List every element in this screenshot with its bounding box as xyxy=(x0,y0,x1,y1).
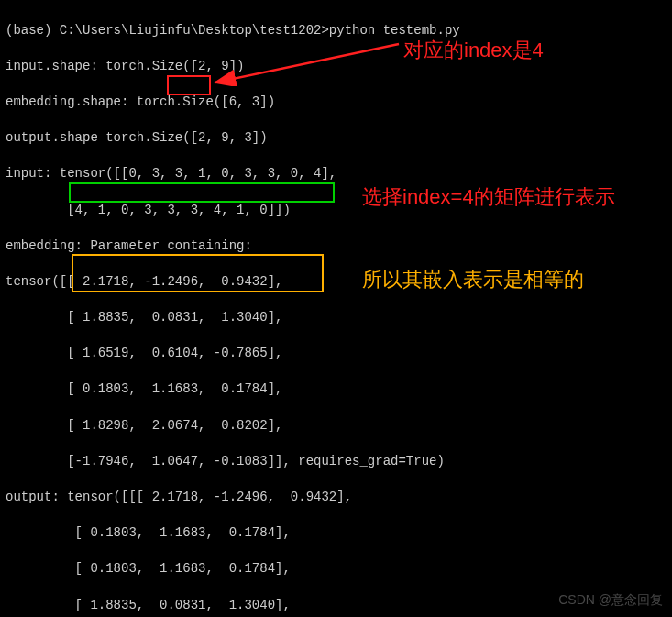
output-line: input.shape: torch.Size([2, 9]) xyxy=(6,58,666,76)
prompt-line: (base) C:\Users\Liujinfu\Desktop\test120… xyxy=(6,22,666,40)
output-line: [ 0.1803, 1.1683, 0.1784], xyxy=(6,380,666,399)
output-line: [-1.7946, 1.0647, -0.1083]], requires_gr… xyxy=(6,453,666,471)
output-line: [ 0.1803, 1.1683, 0.1784], xyxy=(6,524,666,543)
output-line: output.shape torch.Size([2, 9, 3]) xyxy=(6,129,666,148)
output-line: [ 1.6519, 0.6104, -0.7865], xyxy=(6,345,666,363)
output-line: [ 1.8835, 0.0831, 1.3040], xyxy=(6,309,666,327)
output-line: [ 0.1803, 1.1683, 0.1784], xyxy=(6,560,666,578)
output-line: embedding.shape: torch.Size([6, 3]) xyxy=(6,94,666,112)
terminal-output: (base) C:\Users\Liujinfu\Desktop\test120… xyxy=(0,0,672,617)
output-line: output: tensor([[[ 2.1718, -1.2496, 0.94… xyxy=(6,489,666,507)
output-line: input: tensor([[0, 3, 3, 1, 0, 3, 3, 0, … xyxy=(6,165,666,183)
output-line: embedding: Parameter containing: xyxy=(6,237,666,256)
output-line: [4, 1, 0, 3, 3, 3, 4, 1, 0]]) xyxy=(6,202,666,220)
output-line: tensor([[ 2.1718, -1.2496, 0.9432], xyxy=(6,273,666,292)
output-line: [ 1.8298, 2.0674, 0.8202], xyxy=(6,417,666,435)
watermark: CSDN @意念回复 xyxy=(558,591,663,610)
